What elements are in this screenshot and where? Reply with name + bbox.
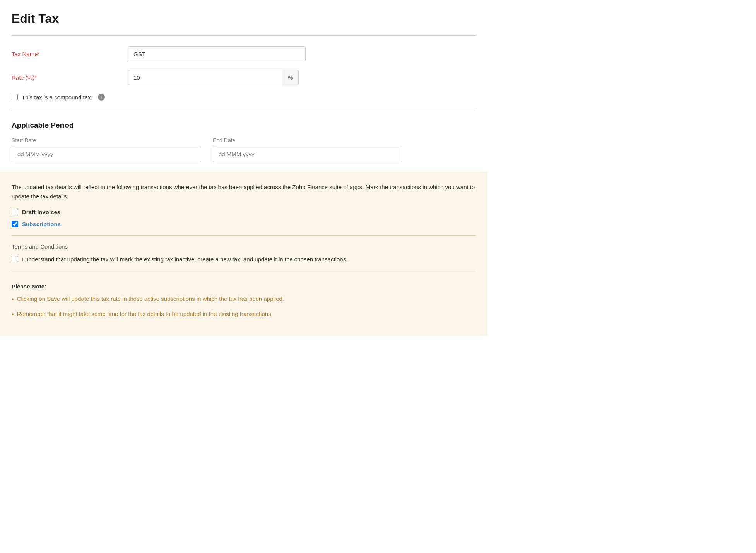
date-fields-row: Start Date End Date [12,137,476,162]
subscriptions-checkbox[interactable] [12,221,18,227]
draft-invoices-item: Draft Invoices [12,209,476,215]
compound-tax-checkbox[interactable] [12,94,18,100]
start-date-group: Start Date [12,137,201,162]
compound-tax-label: This tax is a compound tax. [22,94,92,101]
subscriptions-item: Subscriptions [12,221,476,227]
draft-invoices-label: Draft Invoices [22,209,60,215]
title-divider [12,35,476,36]
subscriptions-label: Subscriptions [22,221,61,227]
tax-name-input[interactable] [128,46,306,61]
please-note-section: Please Note: Clicking on Save will updat… [12,283,476,319]
end-date-group: End Date [213,137,402,162]
terms-text: I understand that updating the tax will … [22,255,347,264]
list-item: Clicking on Save will update this tax ra… [12,294,476,304]
compound-tax-row: This tax is a compound tax. i [12,94,476,101]
applicable-period-section: Applicable Period Start Date End Date [12,121,476,162]
start-date-input[interactable] [12,146,201,162]
tax-name-label: Tax Name* [12,51,128,57]
terms-section: Terms and Conditions I understand that u… [12,243,476,264]
rate-input[interactable] [128,70,282,85]
start-date-label: Start Date [12,137,201,143]
rate-suffix: % [282,70,299,85]
applicable-period-title: Applicable Period [12,121,476,130]
terms-checkbox[interactable] [12,256,18,262]
terms-divider [12,272,476,272]
rate-input-wrapper: % [128,70,299,85]
terms-title: Terms and Conditions [12,243,476,250]
page-container: Edit Tax Tax Name* Rate (%)* % This tax … [0,0,487,351]
rate-label: Rate (%)* [12,74,128,81]
end-date-input[interactable] [213,146,402,162]
end-date-label: End Date [213,137,402,143]
list-item: Remember that it might take some time fo… [12,309,476,319]
note-item-1: Clicking on Save will update this tax ra… [17,294,284,304]
notice-description: The updated tax details will reflect in … [12,183,476,201]
terms-checkbox-row: I understand that updating the tax will … [12,255,476,264]
section-divider [12,110,476,110]
please-note-title: Please Note: [12,283,476,290]
rate-row: Rate (%)* % [12,70,476,85]
page-title: Edit Tax [12,12,476,26]
info-icon[interactable]: i [98,94,105,101]
form-section: Tax Name* Rate (%)* % This tax is a comp… [12,46,476,101]
notice-divider [12,235,476,236]
tax-name-row: Tax Name* [12,46,476,61]
draft-invoices-checkbox[interactable] [12,209,18,215]
note-list: Clicking on Save will update this tax ra… [12,294,476,319]
notice-section: The updated tax details will reflect in … [0,172,487,336]
note-item-2: Remember that it might take some time fo… [17,309,273,319]
